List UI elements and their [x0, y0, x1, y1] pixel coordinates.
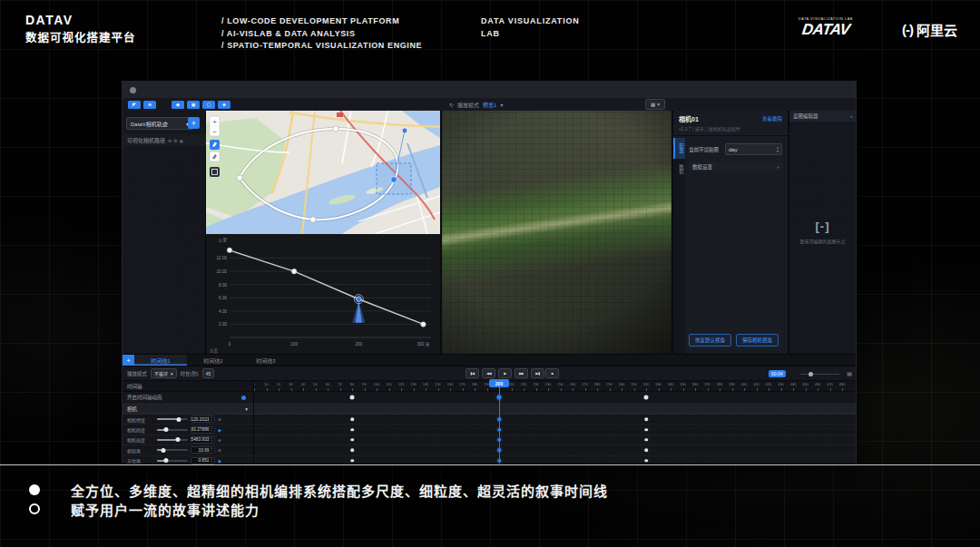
play-icon[interactable]: ▶: [498, 368, 512, 378]
keyframe-dot[interactable]: [644, 428, 648, 432]
slider-knob[interactable]: [176, 437, 181, 442]
stepper-icon[interactable]: ▴▾: [211, 447, 212, 453]
keyframe-lane[interactable]: [254, 415, 856, 424]
cursor-icon[interactable]: ◤: [128, 101, 141, 109]
hand-icon[interactable]: ⊕: [143, 101, 156, 109]
camera-keyframe-point[interactable]: [310, 217, 316, 222]
keyframe-dot[interactable]: [644, 396, 649, 400]
zoom-out-button[interactable]: −: [212, 128, 217, 136]
map-zoom-control[interactable]: + −: [210, 116, 220, 136]
camera-keyframe-point[interactable]: [333, 126, 338, 132]
keyframe-dot[interactable]: [644, 449, 648, 453]
animation-toggle[interactable]: [241, 396, 246, 400]
keyframe-diamond-icon[interactable]: ◆: [218, 427, 221, 433]
track-value-input[interactable]: 30.27886▴▾: [191, 426, 215, 434]
stepper-icon[interactable]: ▴▾: [211, 458, 212, 464]
track-value-input[interactable]: 33.69▴▾: [191, 446, 215, 454]
camera-keyframe-point[interactable]: [237, 175, 242, 181]
track-value-input[interactable]: -3.851▴▾: [191, 457, 215, 464]
keyframe-dot[interactable]: [350, 438, 354, 442]
env-map-select[interactable]: day ▴▾: [725, 143, 782, 155]
playhead[interactable]: 200: [499, 379, 500, 464]
track-value-input[interactable]: 120.2023▴▾: [191, 415, 215, 423]
tab-config[interactable]: 配置: [673, 138, 685, 159]
keyframe-lane[interactable]: [254, 435, 856, 444]
camera-icon[interactable]: ▣: [187, 101, 200, 109]
stepper-icon[interactable]: ▴▾: [777, 146, 779, 153]
step-back-icon[interactable]: ◀◀: [482, 368, 495, 378]
view-options-button[interactable]: ▦ ▾: [645, 99, 665, 110]
track-slider[interactable]: [157, 429, 188, 431]
timeline-ruler[interactable]: 0102030405060708090100110120130140150160…: [254, 381, 856, 391]
keyframe-lane[interactable]: [254, 392, 856, 403]
pen-tool-button[interactable]: [210, 151, 220, 161]
tab-data[interactable]: 数据: [673, 159, 685, 180]
slider-knob[interactable]: [163, 458, 168, 463]
stepper-icon[interactable]: ▴▾: [211, 427, 212, 433]
visibility-icon[interactable]: ◉: [179, 138, 182, 143]
step-forward-icon[interactable]: ▶▶: [514, 368, 528, 378]
keyframe-dot[interactable]: [644, 417, 648, 421]
curve-editor[interactable]: 2.004.006.008.0010.0012.00公里0100200300 米…: [206, 234, 440, 354]
keyframe-diamond-icon[interactable]: ◆: [218, 416, 221, 422]
skip-end-icon[interactable]: ▶▮: [531, 368, 544, 378]
map-view[interactable]: + −: [206, 111, 440, 234]
stepper-icon[interactable]: ▴▾: [211, 416, 212, 422]
keyframe-dot[interactable]: [350, 396, 355, 400]
add-timeline-button[interactable]: +: [122, 355, 134, 366]
keyframe-diamond-icon[interactable]: ◆: [218, 437, 221, 443]
layer-list-item[interactable]: 可视化相机路径 ⊕⊞◉: [122, 134, 210, 146]
duration-input[interactable]: 45: [202, 368, 215, 378]
track-slider[interactable]: [157, 418, 188, 420]
keyframe-dot[interactable]: [350, 459, 354, 463]
frame-icon[interactable]: ▢: [202, 101, 215, 109]
add-track-button[interactable]: +: [188, 117, 200, 129]
scene-3d-view[interactable]: [442, 111, 671, 354]
keyframe-lane[interactable]: [254, 445, 856, 454]
stop-icon[interactable]: ■: [545, 368, 559, 378]
slider-knob[interactable]: [164, 427, 169, 432]
chevron-right-icon[interactable]: ›: [850, 113, 852, 119]
timeline-tab-3[interactable]: 时间线3: [240, 355, 292, 366]
keyframe-dot[interactable]: [350, 417, 354, 421]
keyframe-lane[interactable]: [254, 404, 856, 414]
save-view-button[interactable]: 保存相机视角: [736, 334, 779, 347]
window-dot-icon[interactable]: [130, 87, 136, 93]
keyframe-dot[interactable]: [350, 428, 354, 432]
track-slider[interactable]: [157, 460, 188, 462]
selected-camera-point[interactable]: [391, 177, 397, 183]
path-icon[interactable]: ◈: [218, 101, 230, 109]
data-settings-section[interactable]: 数据设置 ›: [689, 161, 782, 171]
camera-group-row[interactable]: 相机 ▾: [122, 404, 856, 415]
timeline-zoom-slider[interactable]: [799, 374, 839, 375]
track-slider[interactable]: [157, 449, 188, 451]
fit-view-icon[interactable]: ▤: [847, 370, 852, 376]
reset-view-button[interactable]: 恢复默认视角: [689, 334, 731, 347]
playhead-badge[interactable]: 200: [489, 379, 509, 387]
camera-track-dropdown[interactable]: DataV相机轨迹 ▾: [126, 117, 193, 130]
stepper-icon[interactable]: ▴▾: [211, 437, 212, 443]
track-slider[interactable]: [157, 439, 188, 441]
play-mode-indicator[interactable]: ↻ 播放模式 预览1 ▾: [449, 101, 503, 109]
play-mode-select[interactable]: 不循环 ▾: [151, 368, 177, 378]
camera-handle-point[interactable]: [403, 129, 407, 133]
help-link[interactable]: 查看教程: [762, 115, 782, 122]
keyframe-diamond-icon[interactable]: ◆: [218, 447, 221, 453]
skip-start-icon[interactable]: ▮◀: [466, 368, 479, 378]
timeline-tab-1[interactable]: 时间线1: [134, 355, 187, 366]
keyframe-icon[interactable]: ◆: [172, 101, 184, 109]
keyframe-lane[interactable]: [254, 425, 856, 434]
keyframe-diamond-icon[interactable]: ◆: [218, 458, 221, 464]
slider-knob[interactable]: [177, 417, 181, 422]
frame-tool-button[interactable]: [210, 167, 220, 177]
keyframe-dot[interactable]: [350, 449, 354, 453]
keyframe-dot[interactable]: [644, 438, 648, 442]
keyframe-dot[interactable]: [644, 459, 648, 463]
zoom-in-button[interactable]: +: [212, 118, 217, 126]
timeline-tab-2[interactable]: 时间线2: [187, 355, 240, 366]
copy-icon[interactable]: ⊞: [173, 138, 177, 143]
draw-tool-button[interactable]: [210, 140, 220, 150]
track-value-input[interactable]: 5483.933▴▾: [191, 436, 215, 444]
move-icon[interactable]: ⊕: [168, 138, 172, 143]
slider-knob[interactable]: [162, 448, 166, 453]
